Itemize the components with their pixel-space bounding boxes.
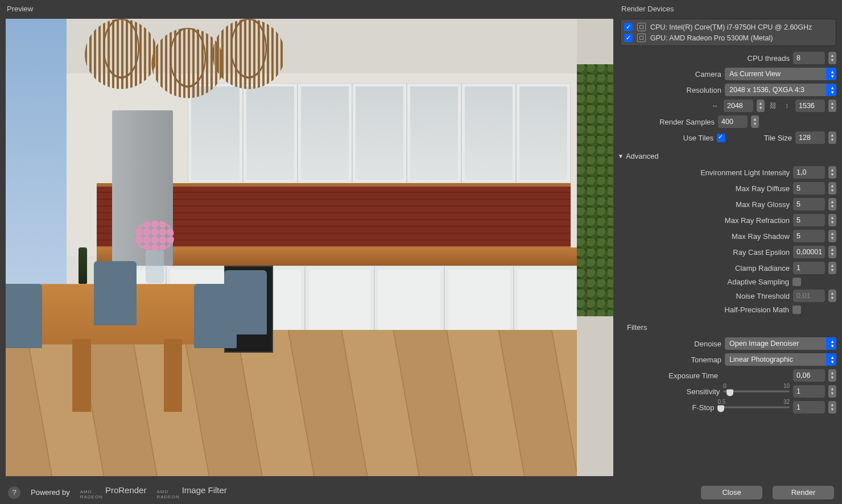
use-tiles-checkbox[interactable] xyxy=(717,134,725,142)
half-precision-label: Half-Precision Math xyxy=(620,305,789,314)
max-refraction-field[interactable]: 5 xyxy=(793,214,825,226)
env-light-stepper[interactable]: ▲▼ xyxy=(828,166,836,179)
ray-epsilon-stepper[interactable]: ▲▼ xyxy=(828,246,836,258)
fstop-slider[interactable]: 0.5 32 xyxy=(718,401,790,414)
fstop-label: F-Stop xyxy=(620,403,715,412)
sensitivity-label: Sensitivity xyxy=(620,387,720,396)
exposure-field[interactable]: 0,06 xyxy=(793,369,825,382)
max-shadow-field[interactable]: 5 xyxy=(793,230,825,242)
render-devices-list: ✓ CPU: Intel(R) Core(TM) i7-9750H CPU @ … xyxy=(620,19,836,46)
max-diffuse-label: Max Ray Diffuse xyxy=(620,184,790,193)
device-gpu-label: GPU: AMD Radeon Pro 5300M (Metal) xyxy=(650,34,773,42)
ray-epsilon-label: Ray Cast Epsilon xyxy=(620,248,790,257)
render-samples-field[interactable]: 400 xyxy=(718,115,748,128)
use-tiles-label: Use Tiles xyxy=(620,134,713,142)
gpu-icon xyxy=(637,34,646,42)
env-light-label: Environment Light Intensity xyxy=(620,168,790,177)
noise-threshold-field[interactable]: 0,01 xyxy=(793,290,825,302)
prorender-logo: AMD RADEON ProRender xyxy=(80,485,147,499)
env-light-field[interactable]: 1,0 xyxy=(793,166,825,179)
sensitivity-slider[interactable]: 0 10 xyxy=(723,385,790,398)
height-icon: ↕ xyxy=(782,102,792,110)
width-stepper[interactable]: ▲▼ xyxy=(757,100,765,112)
preview-viewport[interactable] xyxy=(6,19,613,476)
sensitivity-stepper[interactable]: ▲▼ xyxy=(828,385,836,398)
render-samples-label: Render Samples xyxy=(620,118,715,126)
cpu-icon xyxy=(637,23,646,31)
chevron-down-icon: ▼ xyxy=(618,153,624,159)
max-refraction-label: Max Ray Refraction xyxy=(620,216,790,225)
adaptive-sampling-label: Adaptive Sampling xyxy=(620,278,789,286)
resolution-select[interactable]: 2048 x 1536, QXGA 4:3▴▾ xyxy=(725,84,836,96)
image-filter-logo: AMD RADEON Image Filter xyxy=(156,485,226,499)
cpu-threads-stepper[interactable]: ▲▼ xyxy=(828,52,836,64)
preview-title: Preview xyxy=(6,3,613,16)
exposure-label: Exposure Time xyxy=(620,371,718,380)
max-glossy-label: Max Ray Glossy xyxy=(620,200,790,209)
cpu-threads-field[interactable]: 8 xyxy=(793,52,825,64)
tonemap-select[interactable]: Linear Photographic▴▾ xyxy=(725,353,836,366)
clamp-radiance-label: Clamp Radiance xyxy=(620,264,790,272)
width-icon: ↔ xyxy=(710,102,720,110)
resolution-label: Resolution xyxy=(620,86,721,94)
tile-size-stepper[interactable]: ▲▼ xyxy=(828,131,836,144)
half-precision-checkbox[interactable] xyxy=(793,305,801,314)
device-cpu-label: CPU: Intel(R) Core(TM) i7-9750H CPU @ 2.… xyxy=(650,23,812,31)
advanced-title: Advanced xyxy=(626,152,659,160)
devices-title: Render Devices xyxy=(620,3,836,16)
exposure-stepper[interactable]: ▲▼ xyxy=(828,369,836,382)
tonemap-label: Tonemap xyxy=(620,356,721,364)
max-glossy-field[interactable]: 5 xyxy=(793,198,825,210)
denoise-select[interactable]: Open Image Denoiser▴▾ xyxy=(725,337,836,350)
adaptive-sampling-checkbox[interactable] xyxy=(793,278,801,286)
width-field[interactable]: 2048 xyxy=(724,100,753,112)
fstop-stepper[interactable]: ▲▼ xyxy=(828,401,836,414)
render-button[interactable]: Render xyxy=(773,486,834,499)
close-button[interactable]: Close xyxy=(701,486,762,499)
clamp-radiance-stepper[interactable]: ▲▼ xyxy=(828,262,836,274)
camera-label: Camera xyxy=(620,70,721,79)
max-diffuse-field[interactable]: 5 xyxy=(793,182,825,195)
max-shadow-stepper[interactable]: ▲▼ xyxy=(828,230,836,242)
max-glossy-stepper[interactable]: ▲▼ xyxy=(828,198,836,210)
tile-size-field[interactable]: 128 xyxy=(795,131,825,144)
render-samples-stepper[interactable]: ▲▼ xyxy=(751,115,759,128)
fstop-field[interactable]: 1 xyxy=(793,401,825,414)
max-refraction-stepper[interactable]: ▲▼ xyxy=(828,214,836,226)
powered-by-label: Powered by xyxy=(31,488,70,497)
cpu-threads-label: CPU threads xyxy=(620,54,790,63)
denoise-label: Denoise xyxy=(620,340,721,348)
max-diffuse-stepper[interactable]: ▲▼ xyxy=(828,182,836,195)
link-icon[interactable]: ⛓ xyxy=(768,102,778,110)
sensitivity-field[interactable]: 1 xyxy=(793,385,825,398)
help-button[interactable]: ? xyxy=(8,486,20,499)
height-stepper[interactable]: ▲▼ xyxy=(828,100,836,112)
height-field[interactable]: 1536 xyxy=(795,100,825,112)
advanced-disclosure[interactable]: ▼ Advanced xyxy=(618,152,836,160)
tile-size-label: Tile Size xyxy=(729,134,792,142)
camera-select[interactable]: As Current View▴▾ xyxy=(725,68,836,80)
noise-threshold-label: Noise Threshold xyxy=(620,292,790,300)
clamp-radiance-field[interactable]: 1 xyxy=(793,262,825,274)
max-shadow-label: Max Ray Shadow xyxy=(620,232,790,241)
ray-epsilon-field[interactable]: 0,00001 xyxy=(793,246,825,258)
device-cpu-checkbox[interactable]: ✓ xyxy=(624,23,633,31)
filters-title: Filters xyxy=(627,323,836,332)
device-gpu-checkbox[interactable]: ✓ xyxy=(624,34,633,42)
noise-threshold-stepper[interactable]: ▲▼ xyxy=(828,290,836,302)
